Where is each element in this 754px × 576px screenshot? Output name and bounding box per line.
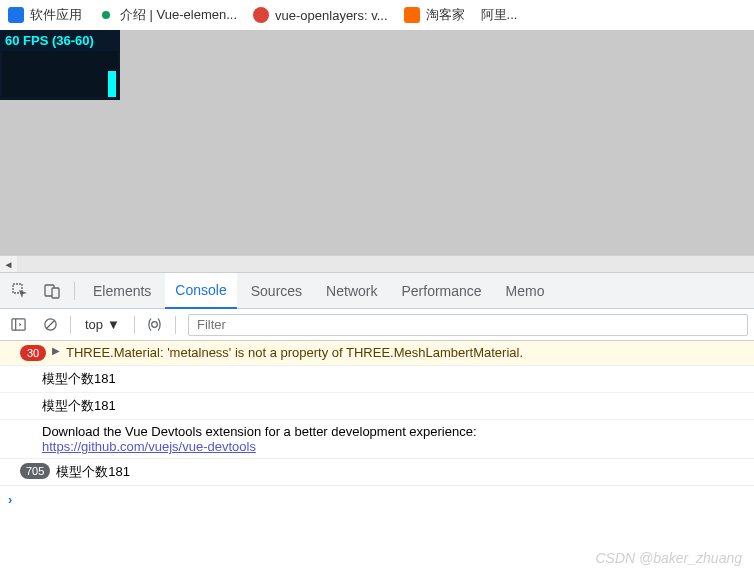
separator (74, 282, 75, 300)
console-log-row[interactable]: Download the Vue Devtools extension for … (0, 420, 754, 459)
tab-console[interactable]: Console (165, 273, 236, 309)
tab-sources[interactable]: Sources (241, 273, 312, 309)
log-message: 模型个数181 (42, 370, 746, 388)
tab-performance[interactable]: Performance (391, 273, 491, 309)
log-message: Download the Vue Devtools extension for … (42, 424, 477, 439)
console-log-row[interactable]: 模型个数181 (0, 393, 754, 420)
tab-memory[interactable]: Memo (496, 273, 555, 309)
live-expression-icon[interactable] (143, 313, 167, 337)
separator (175, 316, 176, 334)
devtools-panel: Elements Console Sources Network Perform… (0, 272, 754, 513)
inspect-element-icon[interactable] (6, 277, 34, 305)
circle-icon (253, 7, 269, 23)
fps-widget: 60 FPS (36-60) (0, 30, 120, 100)
svg-line-6 (46, 321, 54, 329)
console-prompt[interactable]: › (0, 486, 754, 513)
scroll-left-button[interactable]: ◄ (0, 256, 17, 272)
clear-console-icon[interactable] (38, 313, 62, 337)
fps-graph (2, 51, 118, 97)
tab-elements[interactable]: Elements (83, 273, 161, 309)
fps-bar (108, 71, 116, 97)
log-message: 模型个数181 (56, 463, 746, 481)
toggle-sidebar-icon[interactable] (6, 313, 30, 337)
bookmark-label: 阿里... (481, 6, 518, 24)
error-count-badge: 30 (20, 345, 46, 361)
log-message: 模型个数181 (42, 397, 746, 415)
chevron-down-icon: ▼ (107, 317, 120, 332)
separator (70, 316, 71, 334)
separator (134, 316, 135, 334)
bookmark-label: 淘客家 (426, 6, 465, 24)
repeat-count-badge: 705 (20, 463, 50, 479)
scroll-track[interactable] (17, 256, 754, 272)
bookmark-label: 软件应用 (30, 6, 82, 24)
svg-rect-2 (52, 288, 59, 298)
tab-network[interactable]: Network (316, 273, 387, 309)
console-output: 30 ▶ THREE.Material: 'metalness' is not … (0, 341, 754, 513)
execution-context-selector[interactable]: top ▼ (79, 317, 126, 332)
square-icon (404, 7, 420, 23)
console-warning-row[interactable]: 30 ▶ THREE.Material: 'metalness' is not … (0, 341, 754, 366)
devtools-link[interactable]: https://github.com/vuejs/vue-devtools (42, 439, 256, 454)
bookmark-item[interactable]: vue-openlayers: v... (253, 7, 387, 23)
bookmark-item[interactable]: 阿里... (481, 6, 518, 24)
app-icon (8, 7, 24, 23)
console-log-row[interactable]: 模型个数181 (0, 366, 754, 393)
bookmark-label: 介绍 | Vue-elemen... (120, 6, 237, 24)
dot-icon (98, 11, 114, 19)
page-viewport: 60 FPS (36-60) (0, 30, 754, 255)
fps-text: 60 FPS (36-60) (1, 31, 119, 50)
watermark: CSDN @baker_zhuang (595, 550, 742, 566)
horizontal-scrollbar[interactable]: ◄ (0, 255, 754, 272)
svg-point-7 (152, 322, 158, 328)
console-log-row[interactable]: 705 模型个数181 (0, 459, 754, 486)
bookmark-item[interactable]: 淘客家 (404, 6, 465, 24)
devtools-tab-bar: Elements Console Sources Network Perform… (0, 273, 754, 309)
bookmarks-bar: 软件应用 介绍 | Vue-elemen... vue-openlayers: … (0, 0, 754, 30)
expand-icon[interactable]: ▶ (52, 345, 60, 356)
console-toolbar: top ▼ (0, 309, 754, 341)
log-message: THREE.Material: 'metalness' is not a pro… (66, 345, 746, 360)
filter-input[interactable] (188, 314, 748, 336)
bookmark-label: vue-openlayers: v... (275, 8, 387, 23)
context-label: top (85, 317, 103, 332)
device-toolbar-icon[interactable] (38, 277, 66, 305)
svg-rect-3 (11, 319, 24, 330)
bookmark-item[interactable]: 软件应用 (8, 6, 82, 24)
bookmark-item[interactable]: 介绍 | Vue-elemen... (98, 6, 237, 24)
